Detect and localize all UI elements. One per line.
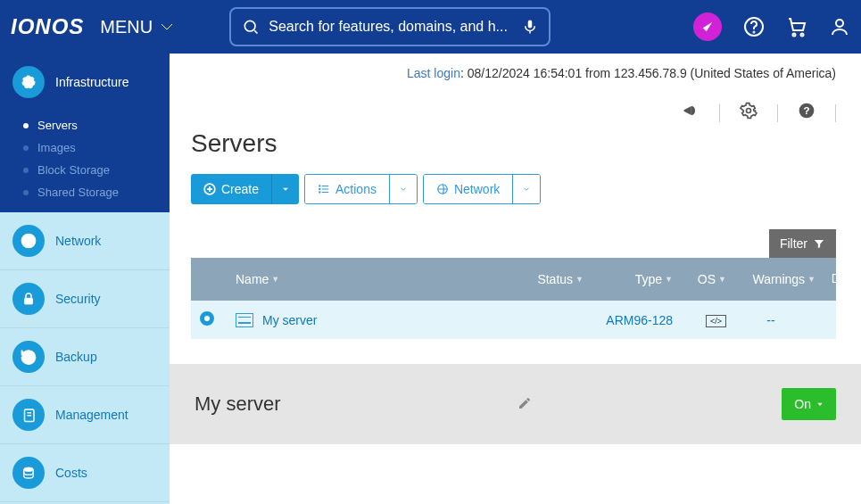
svg-rect-2 (528, 21, 533, 29)
svg-point-5 (754, 32, 755, 33)
power-label: On (794, 397, 811, 411)
sidebar: Infrastructure Servers Images Block Stor… (0, 54, 170, 504)
sidebar-item-infrastructure[interactable]: Infrastructure (0, 54, 170, 111)
svg-point-15 (24, 467, 34, 472)
last-login-label: Last login (407, 66, 460, 80)
cart-icon[interactable] (786, 16, 807, 37)
svg-point-27 (319, 192, 320, 193)
col-data-center[interactable]: Data center (815, 272, 861, 285)
sidebar-sub-label: Servers (37, 119, 78, 132)
costs-icon (12, 457, 45, 489)
backup-icon (12, 341, 45, 373)
svg-point-16 (747, 109, 751, 113)
col-warnings[interactable]: Warnings▼ (726, 272, 815, 286)
edit-icon[interactable] (517, 396, 532, 413)
top-right-actions (693, 12, 850, 41)
actions-dropdown[interactable] (389, 175, 417, 203)
server-icon (236, 313, 253, 327)
globe-icon (436, 183, 449, 195)
col-os[interactable]: OS▼ (673, 272, 726, 286)
filter-icon (813, 237, 825, 250)
rocket-icon (700, 20, 715, 34)
svg-point-25 (319, 186, 320, 186)
separator (835, 104, 836, 122)
create-button[interactable]: Create (191, 174, 271, 204)
network-label: Network (454, 182, 500, 196)
col-type[interactable]: Type▼ (584, 272, 673, 286)
help-icon[interactable] (743, 16, 765, 37)
create-label: Create (221, 182, 259, 196)
sidebar-item-label: Management (55, 408, 128, 422)
col-status[interactable]: Status▼ (485, 272, 584, 286)
dot-icon (23, 145, 29, 151)
announcements-icon[interactable] (682, 102, 700, 124)
top-bar: IONOS MENU (0, 0, 861, 54)
network-dropdown[interactable] (512, 175, 540, 203)
sidebar-item-label: Costs (55, 466, 87, 480)
sidebar-sub-label: Shared Storage (37, 186, 119, 199)
sidebar-item-label: Security (55, 292, 101, 306)
microphone-icon[interactable] (522, 19, 538, 35)
filter-button[interactable]: Filter (769, 229, 836, 258)
sidebar-submenu: Servers Images Block Storage Shared Stor… (0, 111, 170, 212)
cell-warnings: -- (726, 313, 815, 327)
sidebar-item-security[interactable]: Security (0, 270, 170, 328)
security-icon (12, 283, 45, 315)
svg-line-1 (254, 30, 257, 33)
sidebar-item-backup[interactable]: Backup (0, 328, 170, 386)
power-button[interactable]: On (782, 388, 836, 420)
servers-table: Name▼ Status▼ Type▼ OS▼ Warnings▼ Data c… (191, 258, 836, 339)
help-page-icon[interactable]: ? (798, 102, 815, 124)
row-radio[interactable] (200, 311, 214, 326)
separator (719, 104, 720, 122)
actions-button[interactable]: Actions (305, 175, 389, 203)
sidebar-item-network[interactable]: Network (0, 212, 170, 270)
infrastructure-icon (12, 66, 45, 98)
sidebar-sub-label: Images (37, 141, 76, 154)
last-login: Last login: 08/12/2024 16:54:01 from 123… (170, 54, 861, 93)
cell-name[interactable]: My server (236, 313, 485, 327)
search-icon (242, 18, 260, 36)
actions-label: Actions (335, 182, 377, 196)
search-box[interactable] (229, 7, 551, 46)
svg-text:?: ? (803, 104, 809, 116)
plus-icon (203, 183, 216, 195)
svg-point-9 (22, 76, 34, 87)
sidebar-sub-block-storage[interactable]: Block Storage (0, 159, 170, 181)
sidebar-item-costs[interactable]: Costs (0, 444, 170, 502)
promo-icon[interactable] (693, 12, 722, 41)
sidebar-sub-shared-storage[interactable]: Shared Storage (0, 181, 170, 203)
os-icon: </> (706, 315, 726, 327)
dot-icon (23, 190, 29, 195)
sidebar-item-label: Infrastructure (55, 75, 128, 89)
actions-button-group: Actions (304, 174, 418, 204)
settings-icon[interactable] (740, 102, 758, 124)
main-content: Last login: 08/12/2024 16:54:01 from 123… (170, 54, 861, 504)
management-icon (12, 399, 45, 431)
dot-icon (23, 123, 29, 128)
sidebar-item-label: Network (55, 234, 101, 248)
caret-down-icon (816, 401, 824, 408)
network-button[interactable]: Network (424, 175, 512, 203)
search-input[interactable] (269, 19, 513, 35)
svg-marker-29 (817, 403, 822, 406)
svg-rect-11 (25, 298, 33, 304)
network-icon (12, 225, 45, 257)
svg-point-6 (793, 34, 796, 37)
sidebar-sub-servers[interactable]: Servers (0, 114, 170, 136)
sidebar-sub-label: Block Storage (37, 163, 110, 177)
sidebar-sub-images[interactable]: Images (0, 136, 170, 159)
network-button-group: Network (423, 174, 541, 204)
table-row[interactable]: My server ARM96-128 </> -- (191, 301, 836, 339)
account-icon[interactable] (829, 16, 850, 37)
sidebar-item-management[interactable]: Management (0, 386, 170, 444)
dot-icon (23, 168, 29, 173)
svg-point-7 (801, 34, 804, 37)
action-bar: Create Actions Network (170, 174, 861, 204)
menu-button[interactable]: MENU (95, 16, 183, 37)
col-name[interactable]: Name▼ (236, 272, 485, 286)
create-dropdown[interactable] (271, 174, 299, 204)
svg-point-0 (245, 21, 256, 31)
cell-type[interactable]: ARM96-128 (606, 313, 673, 327)
separator (777, 104, 778, 122)
